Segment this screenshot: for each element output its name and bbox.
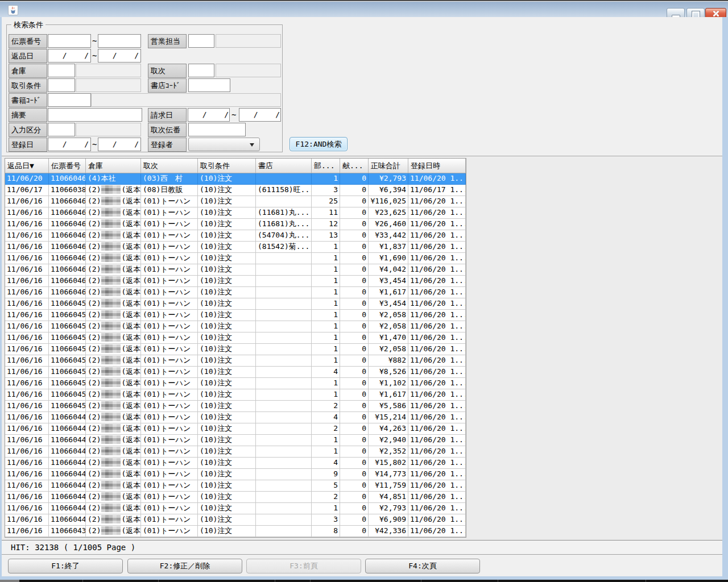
taskbar[interactable] [0,580,728,582]
table-row[interactable]: 11/06/16110660454(2)(返本)(01)トーハン(10)注文10… [5,355,466,367]
table-row[interactable]: 11/06/16110660466(2)(返本)(01)トーハン(10)注文(1… [5,219,466,230]
table-cell: (2)(返本) [86,378,141,389]
table-row[interactable]: 11/06/16110660460(2)(返本)(01)トーハン(10)注文10… [5,287,466,298]
sales-rep-code-input[interactable] [188,34,214,48]
return-date-to-input[interactable]: / / [98,49,141,63]
table-cell: (01)トーハン [141,458,198,469]
field-label-registrant: 登録者 [148,138,187,152]
book-code-input[interactable] [48,93,91,107]
trade-cond-code-input[interactable] [48,78,75,92]
table-cell: (01)トーハン [141,446,198,458]
table-row[interactable]: 11/06/16110660455(2)(返本)(01)トーハン(10)注文10… [5,344,466,355]
taskbar-divider [158,580,159,582]
table-row[interactable]: 11/06/16110660447(2)(返本)(01)トーハン(10)注文10… [5,435,466,446]
table-cell: 11/06/16 [5,344,49,355]
slip-no-to-input[interactable] [98,34,141,48]
table-row[interactable]: 11/06/16110660446(2)(返本)(01)トーハン(10)注文10… [5,446,466,458]
table-cell [256,514,312,526]
bill-date-to-input[interactable]: / / [239,108,281,122]
table-cell: 0 [340,435,369,446]
table-cell: 1 [312,310,340,321]
table-row[interactable]: 11/06/16110660459(2)(返本)(01)トーハン(10)注文10… [5,298,466,310]
table-row[interactable]: 11/06/16110660450(2)(返本)(01)トーハン(10)注文20… [5,401,466,412]
table-cell: (2)(返本) [86,514,141,526]
table-cell: 110660464 [49,242,86,253]
table-row[interactable]: 11/06/16110660465(2)(返本)(01)トーハン(10)注文(5… [5,230,466,242]
table-row[interactable]: 11/06/16110660451(2)(返本)(01)トーハン(10)注文10… [5,389,466,401]
table-cell: 11/06/16 [5,458,49,469]
column-header-6[interactable]: 部... [312,159,340,173]
column-header-8[interactable]: 正味合計 [369,159,408,173]
table-row[interactable]: 11/06/16110660453(2)(返本)(01)トーハン(10)注文40… [5,367,466,378]
table-row[interactable]: 11/06/16110660462(2)(返本)(01)トーハン(10)注文10… [5,264,466,276]
table-cell: 11/06/16 [5,287,49,298]
table-row[interactable]: 11/06/16110660463(2)(返本)(01)トーハン(10)注文10… [5,253,466,264]
summary-input[interactable] [48,108,142,122]
table-cell: (10)注文 [198,367,256,378]
f4-next-page-button[interactable]: F4:次頁 [365,559,480,573]
table-cell: 11/06/16 [5,310,49,321]
warehouse-code-input[interactable] [48,64,75,77]
slip-no-from-input[interactable] [48,34,91,48]
table-cell: (01)トーハン [141,514,198,526]
table-cell: 11/06/16 [5,378,49,389]
table-cell: 1 [312,344,340,355]
table-row[interactable]: 11/06/20110660469(4)本社(03)西 村(10)注文10¥2,… [5,173,466,185]
table-cell: 11/06/20 1... [408,276,466,287]
redacted-mosaic [101,288,121,296]
table-cell: 11/06/20 1... [408,503,466,514]
table-cell: (10)注文 [198,355,256,367]
table-row[interactable]: 11/06/16110660440(2)(返本)(01)トーハン(10)注文30… [5,514,466,526]
table-cell: 11/06/16 [5,401,49,412]
agency-code-input[interactable] [188,64,214,77]
f2-edit-delete-button[interactable]: F2:修正／削除 [127,559,242,573]
column-header-2[interactable]: 倉庫 [86,159,141,173]
table-row[interactable]: 11/06/16110660448(2)(返本)(01)トーハン(10)注文20… [5,423,466,435]
table-row[interactable]: 11/06/16110660461(2)(返本)(01)トーハン(10)注文10… [5,276,466,287]
table-row[interactable]: 11/06/16110660467(2)(返本)(01)トーハン(10)注文(1… [5,207,466,219]
table-cell: 11/06/17 [5,185,49,196]
agency-slip-input[interactable] [188,123,246,136]
table-cell: (11681)丸... [256,219,312,230]
column-header-7[interactable]: 献... [340,159,369,173]
table-cell: 0 [340,196,369,207]
table-row[interactable]: 11/06/16110660444(2)(返本)(01)トーハン(10)注文90… [5,469,466,480]
column-header-9[interactable]: 登録日時 [408,159,466,173]
table-row[interactable]: 11/06/16110660457(2)(返本)(01)トーハン(10)注文10… [5,321,466,332]
table-row[interactable]: 11/06/16110660464(2)(返本)(01)トーハン(10)注文(8… [5,242,466,253]
table-row[interactable]: 11/06/16110660468(2)(返本)(01)トーハン(10)注文25… [5,196,466,207]
table-row[interactable]: 11/06/17110660385(2)(返本)(08)日教販(10)注文(61… [5,185,466,196]
table-row[interactable]: 11/06/16110660442(2)(返本)(01)トーハン(10)注文20… [5,492,466,503]
and-search-button[interactable]: F12:AND検索 [289,137,348,151]
table-cell: 11/06/16 [5,355,49,367]
table-row[interactable]: 11/06/16110660449(2)(返本)(01)トーハン(10)注文40… [5,412,466,423]
column-header-0[interactable]: 返品日▼ [5,159,49,173]
column-header-1[interactable]: 伝票番号 [49,159,86,173]
bill-date-from-input[interactable]: / / [188,108,230,122]
table-cell: 11/06/20 1... [408,173,466,185]
table-row[interactable]: 11/06/16110660441(2)(返本)(01)トーハン(10)注文10… [5,503,466,514]
table-row[interactable]: 11/06/16110660452(2)(返本)(01)トーハン(10)注文10… [5,378,466,389]
table-row[interactable]: 11/06/16110660445(2)(返本)(01)トーハン(10)注文40… [5,458,466,469]
reg-date-from-input[interactable]: / / [48,138,91,151]
table-cell: (01)トーハン [141,355,198,367]
table-cell: ¥1,470 [369,332,408,344]
column-header-4[interactable]: 取引条件 [198,159,256,173]
table-row[interactable]: 11/06/16110660456(2)(返本)(01)トーハン(10)注文10… [5,332,466,344]
column-header-5[interactable]: 書店 [256,159,312,173]
table-row[interactable]: 11/06/16110660443(2)(返本)(01)トーハン(10)注文50… [5,480,466,492]
table-cell: ¥1,617 [369,389,408,401]
reg-date-to-input[interactable]: / / [98,138,141,151]
table-row[interactable]: 11/06/16110660439(2)(返本)(01)トーハン(10)注文80… [5,526,466,537]
table-cell: 0 [340,469,369,480]
table-row[interactable]: 11/06/16110660458(2)(返本)(01)トーハン(10)注文10… [5,310,466,321]
registrant-dropdown[interactable] [188,138,260,151]
table-cell: ¥2,940 [369,435,408,446]
input-type-code-input[interactable] [48,123,75,136]
shop-code-input[interactable] [188,78,230,92]
column-header-3[interactable]: 取次 [141,159,198,173]
return-date-from-input[interactable]: / / [48,49,91,63]
redacted-mosaic [101,447,121,455]
table-cell: 110660460 [49,287,86,298]
f1-exit-button[interactable]: F1:終了 [8,559,123,573]
